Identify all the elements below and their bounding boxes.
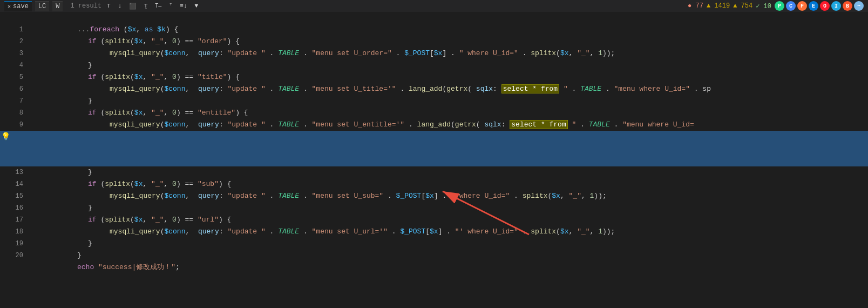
check-badge: ▲ 754 [733,2,752,10]
code-line: 20 echo "success|修改成功！"; [0,250,868,262]
pycharm-icon[interactable]: P [775,1,784,11]
system-icons: P C F E O I B ~ [775,1,864,11]
line-number: 15 [0,190,30,202]
line-number [0,12,30,24]
error-icon: ● [688,2,691,10]
error-badge: ● 77 [688,2,703,10]
line-number: 13 [0,166,30,178]
search-icon-t[interactable]: T [105,2,113,10]
search-icon-t4[interactable]: ᵀ [167,2,174,10]
line-content: ...foreach ($x, as $k) { [30,12,868,24]
line-content: if (splitx($x, "_", 0) == "entitle") { [30,95,868,107]
line-content: mysqli_query($conn, query: "update " . T… [30,36,868,48]
error-count: 77 [696,2,703,10]
line-content: } [30,83,868,95]
line-number: 16 [0,202,30,214]
code-line: 15 } [0,190,868,202]
line-content: echo "success|修改成功！"; [30,250,868,262]
check-icon: ▲ [733,2,737,10]
line-number: 3 [0,48,30,59]
code-line: 9 } [0,119,868,131]
warning-icon: ▲ [707,2,710,10]
line-number: 7 [0,95,30,107]
code-line: 13 if (splitx($x, "_", 0) == "sub") { [0,166,868,178]
code-line: 3 } [0,48,868,59]
code-line: 6 } [0,83,868,95]
other-icon[interactable]: ~ [854,1,864,11]
line-number: 4 [0,59,30,71]
line-content: mysqli_query($conn, query: "update " . T… [30,107,868,119]
code-line: 8 mysqli_query($conn, query: "update " .… [0,107,868,119]
firefox-icon[interactable]: F [797,1,807,11]
line-content: } [30,48,868,59]
line-content: if (splitx($x, "_", 0) == "title") { [30,59,868,71]
tab-lc[interactable]: LC [35,1,49,11]
line-number [0,143,30,155]
line-content: mysqli_query($conn, query: "update " . T… [30,71,868,83]
line-number: 14 [0,178,30,190]
lightbulb-icon[interactable]: 💡 [1,131,10,143]
code-line: 19 } [0,238,868,250]
top-bar-left: ✕ save LC W 1 result T ↓ ⬛ T͎ T̶ ᵀ ≡↓ ▼ [4,1,200,11]
top-bar-right: ● 77 ▲ 1419 ▲ 754 ✓ 10 P C F E O [688,1,864,11]
line-number: 💡 [0,131,30,143]
search-icon-t3[interactable]: T̶ [153,2,164,10]
code-line: 18 } [0,226,868,238]
line-number: 20 [0,250,30,262]
line-content: if (splitx($x, "_", 0) == "sub") { [30,166,868,178]
code-line-selected: } [0,155,868,166]
line-content: } [30,155,868,166]
search-icon-box[interactable]: ⬛ [127,2,139,10]
search-icon-t2[interactable]: T͎ [142,2,150,10]
warning-count: 1419 [714,2,730,10]
search-icon-filter[interactable]: ▼ [193,2,201,10]
code-line-selected: mysqli_query($conn, query: "update " . T… [0,143,868,155]
line-number: 6 [0,83,30,95]
line-content: mysqli_query($conn, query: "update " . T… [30,214,868,226]
line-content: if (splitx($x, "_", 0) == "hide") { [30,131,868,143]
code-line: 14 mysqli_query($conn, query: "update " … [0,178,868,190]
result-count: 1 result [70,2,101,10]
warning-badge: ▲ 1419 [707,2,730,10]
tab-item[interactable]: ✕ save [4,1,32,11]
tick-icon: ✓ [756,3,760,10]
search-icon-sort[interactable]: ≡↓ [178,2,189,10]
line-number: 2 [0,36,30,48]
code-line: 1 if (splitx($x, "_", 0) == "order") { [0,24,868,36]
line-number: 19 [0,238,30,250]
line-content: } [30,226,868,238]
line-number [0,155,30,166]
line-content: } [30,238,868,250]
tab-w[interactable]: W [52,1,63,11]
line-number: 5 [0,71,30,83]
opera-icon[interactable]: O [820,1,830,11]
chrome-icon[interactable]: C [786,1,796,11]
close-icon[interactable]: ✕ [8,3,11,10]
line-number: 8 [0,107,30,119]
line-content: mysqli_query($conn, query: "update " . T… [30,178,868,190]
line-number: 17 [0,214,30,226]
code-line: ...foreach ($x, as $k) { [0,12,868,24]
tab-label: save [13,3,29,10]
line-content: if (splitx($x, "_", 0) == "url") { [30,202,868,214]
ie-icon[interactable]: I [831,1,841,11]
editor-body: ...foreach ($x, as $k) { 1 if (splitx($x… [0,12,868,308]
search-icon-down[interactable]: ↓ [116,2,124,10]
line-content: } [30,119,868,131]
code-line: 17 mysqli_query($conn, query: "update " … [0,214,868,226]
check-count: 754 [741,2,753,10]
code-line: 4 if (splitx($x, "_", 0) == "title") { [0,59,868,71]
line-number: 18 [0,226,30,238]
code-line: 2 mysqli_query($conn, query: "update " .… [0,36,868,48]
brave-icon[interactable]: B [843,1,852,11]
line-content: mysqli_query($conn, query: "update " . T… [30,143,868,155]
line-number: 1 [0,24,30,36]
edge-icon[interactable]: E [809,1,818,11]
lines-wrapper: ...foreach ($x, as $k) { 1 if (splitx($x… [0,12,868,262]
line-number: 9 [0,119,30,131]
line-content: } [30,190,868,202]
tick-badge: ✓ 10 [756,2,771,10]
editor-container: ✕ save LC W 1 result T ↓ ⬛ T͎ T̶ ᵀ ≡↓ ▼ … [0,0,868,308]
tick-count: 10 [764,3,771,10]
top-bar: ✕ save LC W 1 result T ↓ ⬛ T͎ T̶ ᵀ ≡↓ ▼ … [0,0,868,12]
